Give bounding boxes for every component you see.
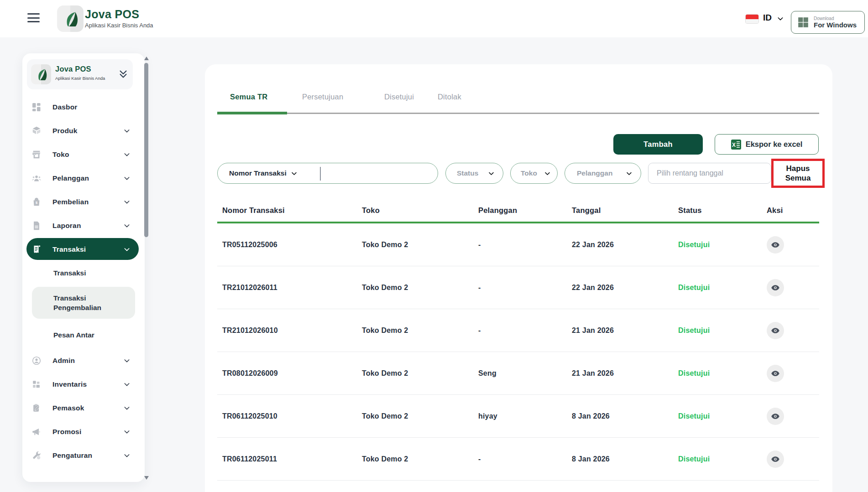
sidebar-item-label: Pemasok <box>52 404 84 412</box>
view-action-button[interactable] <box>767 236 784 254</box>
search-input[interactable] <box>325 165 433 181</box>
sidebar-scrollbar[interactable] <box>144 55 149 482</box>
cell-tanggal: 21 Jan 2026 <box>572 369 678 378</box>
sidebar-item-promosi[interactable]: Promosi <box>22 420 145 444</box>
sidebar-item-label: Toko <box>52 150 69 159</box>
eye-icon <box>771 240 780 249</box>
store-icon <box>31 150 42 160</box>
box-icon <box>31 126 42 136</box>
sidebar-item-inventaris[interactable]: Inventaris <box>22 373 145 396</box>
hapus-semua-button-highlighted[interactable]: Hapus Semua <box>771 159 825 188</box>
sidebar-item-label: Promosi <box>52 428 81 436</box>
eye-icon <box>771 283 780 292</box>
users-icon <box>31 173 42 183</box>
export-excel-label: Ekspor ke excel <box>746 140 803 149</box>
chevron-down-icon <box>544 170 551 177</box>
col-header-toko: Toko <box>362 206 478 215</box>
tab-semua-tr[interactable]: Semua TR <box>230 93 267 101</box>
toko-filter-dropdown[interactable]: Toko <box>510 163 558 184</box>
view-action-button[interactable] <box>767 322 784 339</box>
pelanggan-filter-dropdown[interactable]: Pelanggan <box>565 163 641 184</box>
hamburger-menu-icon[interactable] <box>27 13 40 24</box>
sidebar-item-dasbor[interactable]: Dasbor <box>22 95 145 119</box>
status-filter-dropdown[interactable]: Status <box>445 163 503 184</box>
view-action-button[interactable] <box>767 451 784 468</box>
tambah-button[interactable]: Tambah <box>613 134 703 155</box>
sidebar-item-label: Produk <box>52 127 78 135</box>
cell-toko: Toko Demo 2 <box>362 412 478 420</box>
view-action-button[interactable] <box>767 365 784 382</box>
sidebar-item-label: Pengaturan <box>52 451 92 460</box>
app-title: Jova POS <box>85 8 153 21</box>
export-excel-button[interactable]: X Ekspor ke excel <box>715 134 819 155</box>
chevron-down-icon <box>123 404 131 412</box>
view-action-button[interactable] <box>767 408 784 425</box>
chevron-down-icon <box>123 381 131 388</box>
status-filter-label: Status <box>457 169 478 177</box>
sidebar-subitem-transaksi-pengembalian[interactable]: Transaksi Pengembalian <box>32 287 135 319</box>
scroll-down-arrow-icon[interactable] <box>144 476 149 480</box>
table-row: TR06112025010 Toko Demo 2 hiyay 8 Jan 20… <box>217 395 819 438</box>
sidebar-subitem-transaksi[interactable]: Transaksi <box>22 263 145 283</box>
sidebar-subitem-label: Transaksi Pengembalian <box>53 293 126 312</box>
receipt-icon <box>31 244 42 254</box>
table-row: TR21012026011 Toko Demo 2 - 22 Jan 2026 … <box>217 266 819 309</box>
scroll-up-arrow-icon[interactable] <box>144 57 149 60</box>
view-action-button[interactable] <box>767 279 784 296</box>
col-header-nomor-transaksi: Nomor Transaksi <box>222 206 362 215</box>
search-type-and-input: Nomor Transaksi <box>217 163 438 184</box>
download-windows-button[interactable]: Download For Windows <box>791 11 865 34</box>
windows-logo-icon <box>797 16 809 28</box>
boxes-icon <box>31 379 42 389</box>
double-chevron-down-icon[interactable] <box>118 69 128 80</box>
tab-disetujui[interactable]: Disetujui <box>384 93 414 101</box>
sidebar: Jova POS Aplikasi Kasir Bisnis Anda Dasb… <box>22 53 145 482</box>
sidebar-item-toko[interactable]: Toko <box>22 143 145 166</box>
cell-pelanggan: - <box>478 455 572 463</box>
svg-text:$: $ <box>36 201 37 205</box>
chevron-down-icon[interactable] <box>291 170 298 177</box>
sidebar-item-laporan[interactable]: Laporan <box>22 214 145 238</box>
status-badge: Disetujui <box>678 369 767 378</box>
toko-filter-label: Toko <box>521 169 537 177</box>
tab-persetujuan[interactable]: Persetujuan <box>302 93 343 101</box>
clipboard-pen-icon <box>31 403 42 413</box>
sidebar-item-pembelian[interactable]: $ Pembelian <box>22 190 145 214</box>
cell-toko: Toko Demo 2 <box>362 326 478 335</box>
sidebar-item-produk[interactable]: Produk <box>22 119 145 143</box>
app-root: Jova POS Aplikasi Kasir Bisnis Anda ID D… <box>0 0 868 492</box>
cell-tanggal: 22 Jan 2026 <box>572 241 678 249</box>
search-type-dropdown[interactable]: Nomor Transaksi <box>229 169 287 177</box>
bag-icon: $ <box>31 197 42 207</box>
date-range-field <box>648 163 771 184</box>
eye-icon <box>771 326 780 335</box>
sidebar-app-title: Jova POS <box>55 65 91 73</box>
indonesia-flag-icon[interactable] <box>745 14 759 24</box>
sidebar-app-tagline: Aplikasi Kasir Bisnis Anda <box>55 76 105 81</box>
date-range-input[interactable] <box>648 163 771 183</box>
sidebar-item-pengaturan[interactable]: Pengaturan <box>22 444 145 467</box>
sidebar-item-admin[interactable]: Admin <box>22 349 145 373</box>
tab-ditolak[interactable]: Ditolak <box>438 93 461 101</box>
language-selector[interactable]: ID <box>763 13 772 23</box>
sidebar-item-label: Admin <box>52 357 75 365</box>
sidebar-item-pelanggan[interactable]: Pelanggan <box>22 166 145 190</box>
chevron-down-icon[interactable] <box>777 15 784 22</box>
chevron-down-icon <box>123 246 131 253</box>
cell-toko: Toko Demo 2 <box>362 284 478 292</box>
chevron-down-icon <box>123 428 131 435</box>
sidebar-item-pemasok[interactable]: Pemasok <box>22 396 145 420</box>
scrollbar-thumb[interactable] <box>144 63 148 237</box>
table-row: TR06112025011 Toko Demo 2 - 8 Jan 2026 D… <box>217 438 819 481</box>
sidebar-subitem-pesan-antar[interactable]: Pesan Antar <box>22 325 145 345</box>
app-logo <box>57 5 84 32</box>
pelanggan-filter-label: Pelanggan <box>577 169 612 177</box>
sidebar-item-label: Dasbor <box>52 103 78 111</box>
cell-pelanggan: - <box>478 241 572 249</box>
table-row: TR08012026009 Toko Demo 2 Seng 21 Jan 20… <box>217 352 819 395</box>
sidebar-item-transaksi[interactable]: Transaksi <box>22 238 145 261</box>
status-badge: Disetujui <box>678 412 767 420</box>
cell-nomor: TR05112025006 <box>222 241 362 249</box>
cell-tanggal: 22 Jan 2026 <box>572 284 678 292</box>
col-header-tanggal: Tanggal <box>572 206 678 215</box>
